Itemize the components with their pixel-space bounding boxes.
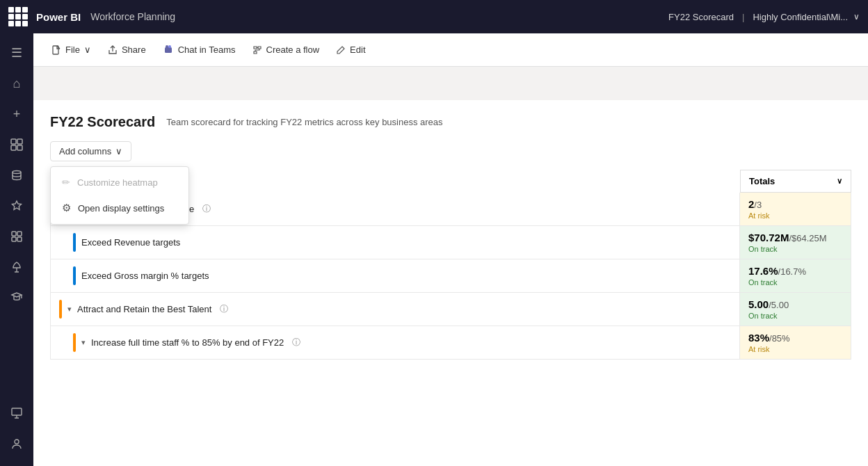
exceed-gross-margin-value: 17.6%/16.7% — [748, 265, 842, 277]
deliver-financial-value: 2/3 — [748, 198, 842, 210]
collapse-chevron-icon-2[interactable]: ▾ — [67, 305, 72, 314]
edit-icon — [336, 45, 346, 55]
flow-icon — [252, 45, 262, 55]
orange-indicator-2 — [73, 333, 76, 352]
svg-rect-8 — [17, 237, 22, 241]
sidebar-item-deployment[interactable] — [3, 253, 31, 281]
file-label: File — [65, 45, 80, 55]
increase-fulltime-row-content: ▾ Increase full time staff % to 85% by e… — [50, 326, 740, 360]
sidebar-item-apps[interactable] — [3, 223, 31, 250]
svg-rect-12 — [165, 47, 172, 53]
open-display-settings-item[interactable]: ⚙ Open display settings — [51, 195, 188, 221]
exceed-gross-margin-secondary: /16.7% — [778, 266, 806, 277]
table-row: ▾ Increase full time staff % to 85% by e… — [50, 326, 851, 360]
sidebar: ☰ ⌂ + — [0, 33, 33, 466]
sidebar-item-learning[interactable] — [3, 284, 31, 312]
share-icon — [108, 45, 118, 55]
separator: | — [742, 12, 744, 22]
brand-label: Power BI — [36, 11, 81, 23]
deliver-financial-total: 2/3 At risk — [740, 193, 851, 226]
svg-point-4 — [13, 171, 21, 174]
blue-indicator-3 — [73, 266, 76, 285]
sidebar-item-metrics[interactable] — [3, 192, 31, 220]
customize-heatmap-label: Customize heatmap — [77, 177, 158, 188]
edit-button[interactable]: Edit — [329, 40, 372, 59]
customize-heatmap-item[interactable]: ✏ Customize heatmap — [51, 170, 188, 195]
exceed-gross-margin-row-content: Exceed Gross margin % targets — [50, 259, 740, 293]
report-name-label: Workforce Planning — [90, 11, 175, 22]
increase-fulltime-secondary: /85% — [769, 333, 790, 344]
add-columns-container: Add columns ∨ ✏ Customize heatmap ⚙ Open… — [50, 141, 131, 170]
svg-point-10 — [15, 440, 19, 444]
chat-in-teams-button[interactable]: Chat in Teams — [156, 40, 243, 60]
main-content: FY22 Scorecard Team scorecard for tracki… — [33, 100, 868, 466]
exceed-revenue-status: On track — [748, 245, 842, 253]
top-bar-right: FY22 Scorecard | Highly Confidential\Mi.… — [668, 12, 860, 22]
file-button[interactable]: File ∨ — [45, 40, 98, 59]
sidebar-item-browse[interactable] — [3, 131, 31, 159]
totals-header: Totals ∨ — [740, 170, 851, 193]
toolbar: File ∨ Share Chat in Teams Create a flow… — [33, 33, 868, 67]
exceed-revenue-secondary: /$64.25M — [789, 233, 826, 243]
attract-retain-secondary: /5.00 — [769, 300, 789, 310]
svg-rect-3 — [17, 145, 22, 150]
exceed-gross-margin-status: On track — [748, 278, 842, 287]
sensitivity-label: Highly Confidential\Mi... — [753, 12, 848, 22]
add-columns-label: Add columns — [59, 146, 111, 156]
collapse-chevron-icon-3[interactable]: ▾ — [81, 338, 86, 347]
file-chevron-icon: ∨ — [84, 45, 91, 55]
create-flow-label: Create a flow — [266, 45, 320, 55]
exceed-revenue-label: Exceed Revenue targets — [81, 237, 180, 248]
sidebar-item-create[interactable]: + — [3, 100, 31, 128]
svg-rect-1 — [17, 139, 22, 144]
info-icon-2[interactable]: ⓘ — [220, 303, 228, 315]
file-icon — [51, 45, 61, 55]
sidebar-item-hamburger[interactable]: ☰ — [3, 39, 31, 67]
table-row: Exceed Gross margin % targets 17.6%/16.7… — [50, 259, 851, 293]
svg-rect-9 — [12, 408, 22, 415]
teams-icon — [163, 45, 174, 56]
sidebar-item-data[interactable] — [3, 161, 31, 189]
attract-retain-label: Attract and Retain the Best Talent — [77, 304, 211, 314]
attract-retain-row-content: ▾ Attract and Retain the Best Talent ⓘ — [50, 293, 740, 326]
table-row: ▾ Attract and Retain the Best Talent ⓘ 5… — [50, 293, 851, 326]
edit-label: Edit — [350, 45, 365, 55]
report-title-label: FY22 Scorecard — [668, 12, 734, 22]
apps-grid-icon[interactable] — [8, 7, 28, 26]
totals-chevron-icon[interactable]: ∨ — [837, 177, 842, 186]
sidebar-item-profile[interactable] — [3, 430, 31, 458]
sidebar-item-home[interactable]: ⌂ — [3, 70, 31, 97]
increase-fulltime-label: Increase full time staff % to 85% by end… — [91, 337, 284, 348]
svg-rect-7 — [12, 237, 16, 241]
svg-rect-2 — [11, 145, 16, 150]
orange-indicator — [59, 300, 62, 319]
info-icon-3[interactable]: ⓘ — [292, 337, 300, 348]
customize-heatmap-icon: ✏ — [62, 177, 70, 188]
totals-label: Totals — [749, 176, 775, 186]
create-flow-button[interactable]: Create a flow — [246, 40, 327, 59]
sidebar-item-workspaces[interactable] — [3, 399, 31, 427]
add-columns-button[interactable]: Add columns ∨ — [50, 141, 131, 161]
chat-in-teams-label: Chat in Teams — [178, 45, 236, 55]
gear-icon: ⚙ — [62, 202, 71, 214]
exceed-revenue-value: $70.72M/$64.25M — [748, 232, 842, 243]
page-subtitle: Team scorecard for tracking FY22 metrics… — [166, 117, 442, 127]
attract-retain-value: 5.00/5.00 — [748, 298, 842, 310]
svg-rect-6 — [17, 232, 22, 236]
info-icon[interactable]: ⓘ — [202, 203, 211, 215]
exceed-revenue-total: $70.72M/$64.25M On track — [740, 226, 851, 259]
svg-rect-5 — [12, 232, 16, 236]
blue-indicator-2 — [73, 233, 76, 252]
attract-retain-total: 5.00/5.00 On track — [740, 293, 851, 326]
increase-fulltime-total: 83%/85% At risk — [740, 326, 851, 360]
share-button[interactable]: Share — [101, 40, 153, 59]
sensitivity-chevron[interactable]: ∨ — [853, 12, 860, 22]
deliver-financial-status: At risk — [748, 211, 842, 220]
add-columns-chevron-icon: ∨ — [115, 146, 122, 156]
top-bar: Power BI Workforce Planning FY22 Scoreca… — [0, 0, 868, 33]
increase-fulltime-status: At risk — [748, 345, 842, 353]
svg-rect-0 — [11, 139, 16, 144]
exceed-gross-margin-label: Exceed Gross margin % targets — [81, 271, 209, 281]
increase-fulltime-value: 83%/85% — [748, 332, 842, 344]
table-row: Exceed Revenue targets $70.72M/$64.25M O… — [50, 226, 851, 259]
